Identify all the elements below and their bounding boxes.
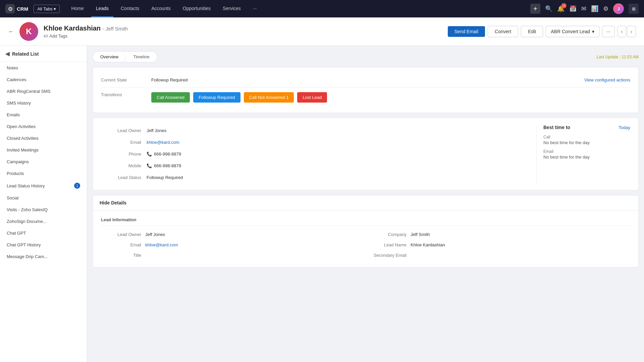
nav-leads[interactable]: Leads (91, 0, 113, 17)
current-state-row: Current State Followup Required View con… (101, 74, 630, 86)
last-update-text: Last Update : 11:53 AM (597, 55, 639, 59)
best-time-section: Best time to Today Call No best time for… (536, 125, 630, 183)
top-navigation: ⊙ CRM All Tabs ▾ Home Leads Contacts Acc… (0, 0, 644, 17)
best-time-call: Call No best time for the day (543, 135, 630, 145)
email-link[interactable]: khloe@kard.com (147, 140, 179, 145)
nav-services[interactable]: Services (218, 0, 246, 17)
lead-avatar: K (19, 22, 38, 41)
reports-button[interactable]: 📊 (591, 5, 598, 12)
field-value-email: khloe@kard.com (145, 242, 178, 247)
lead-info-right: Company Jeff Smith Lead Name Khloe Karda… (366, 229, 630, 260)
record-navigation: ‹ › (618, 26, 636, 37)
field-label-email: Email (101, 242, 141, 247)
field-label-owner: Lead Owner (101, 232, 141, 237)
tab-timeline[interactable]: Timeline (126, 52, 157, 62)
info-card: Lead Owner Jeff Jones Email khloe@kard.c… (93, 118, 639, 190)
convert-button[interactable]: Convert (488, 26, 518, 37)
sidebar-item-zoho-salesiq[interactable]: Visits - Zoho SalesIQ (0, 204, 87, 216)
hide-details-section: Hide Details Lead Information Lead Owner… (93, 195, 639, 267)
sidebar-title: Related List (12, 51, 39, 57)
sidebar-item-social[interactable]: Social (0, 192, 87, 204)
all-tabs-button[interactable]: All Tabs ▾ (34, 5, 60, 13)
current-state-label: Current State (101, 77, 145, 82)
notifications-button[interactable]: 🔔 15 (557, 5, 565, 12)
best-time-email-label: Email (543, 149, 630, 154)
sidebar-item-message-drip[interactable]: Message Drip Cam... (0, 251, 87, 262)
transition-call-not-answered[interactable]: Call Not Answered 1 (244, 92, 294, 103)
transition-call-answered[interactable]: Call Answered (151, 92, 190, 103)
lead-owner-label: Lead Owner (101, 128, 141, 133)
lead-info-section-title: Lead Information (101, 217, 630, 226)
sidebar-item-products[interactable]: Products (0, 168, 87, 179)
transition-lost-lead[interactable]: Lost Lead (297, 92, 327, 103)
edit-button[interactable]: Edit (521, 26, 543, 37)
sidebar-item-chat-gpt-history[interactable]: Chat GPT History (0, 239, 87, 251)
sidebar-item-campaigns[interactable]: Campaigns (0, 156, 87, 168)
sidebar-item-zohosign[interactable]: ZohoSign Docume... (0, 216, 87, 227)
view-configured-actions-link[interactable]: View configured actions (584, 77, 630, 82)
sidebar-item-closed-activities[interactable]: Closed Activities (0, 132, 87, 144)
phone-value: 📞 666-998-8879 (147, 152, 181, 157)
today-link[interactable]: Today (619, 125, 630, 130)
back-button[interactable]: ← (8, 28, 14, 35)
sidebar-item-chat-gpt[interactable]: Chat GPT (0, 227, 87, 239)
lead-status-value: Followup Required (147, 175, 183, 180)
field-value-company: Jeff Smith (411, 232, 430, 237)
phone-label: Phone (101, 152, 141, 157)
sidebar-item-notes[interactable]: Notes (0, 62, 87, 74)
sidebar-item-lead-status-history[interactable]: Lead Status History 1 (0, 179, 87, 192)
nav-opportunities[interactable]: Opportunities (178, 0, 215, 17)
lead-info-card: Lead Information Lead Owner Jeff Jones E… (93, 210, 639, 267)
sidebar-item-emails[interactable]: Emails (0, 109, 87, 121)
nav-right-actions: + 🔍 🔔 15 📅 ✉ 📊 ⚙ J ⊞ (530, 3, 639, 14)
field-email-link[interactable]: khloe@kard.com (145, 242, 178, 247)
app-grid-button[interactable]: ⊞ (629, 4, 639, 14)
info-row-mobile: Mobile 📞 666-998-8879 (101, 160, 531, 172)
info-grid: Lead Owner Jeff Jones Email khloe@kard.c… (101, 125, 630, 183)
nav-more[interactable]: ··· (248, 0, 262, 17)
add-tags-button[interactable]: 🏷 Add Tags (44, 34, 67, 39)
lead-field-company: Company Jeff Smith (366, 229, 630, 240)
lead-field-secondary-email: Secondary Email (366, 250, 630, 260)
abr-convert-button[interactable]: ABR Convert Lead ▾ (546, 26, 599, 37)
sidebar-item-cadences[interactable]: Cadences (0, 74, 87, 85)
nav-contacts[interactable]: Contacts (116, 0, 144, 17)
settings-button[interactable]: ⚙ (603, 5, 608, 12)
lead-owner-value: Jeff Jones (147, 128, 166, 133)
tabs-bar: Overview Timeline Last Update : 11:53 AM (93, 51, 639, 62)
lead-field-title: Title (101, 250, 365, 260)
sidebar-item-invited-meetings[interactable]: Invited Meetings (0, 144, 87, 156)
next-record-button[interactable]: › (627, 26, 636, 37)
lead-status-label: Lead Status (101, 175, 141, 180)
sidebar-item-sms-history[interactable]: SMS History (0, 97, 87, 109)
phone-icon: 📞 (147, 152, 152, 157)
info-row-phone: Phone 📞 666-998-8879 (101, 148, 531, 160)
send-email-button[interactable]: Send Email (448, 26, 485, 37)
user-avatar[interactable]: J (613, 3, 624, 14)
chevron-down-icon: ▾ (54, 6, 56, 11)
nav-accounts[interactable]: Accounts (147, 0, 175, 17)
header-actions: Send Email Convert Edit ABR Convert Lead… (448, 26, 636, 37)
calendar-button[interactable]: 📅 (569, 5, 577, 12)
more-options-button[interactable]: ··· (602, 26, 615, 37)
tab-overview[interactable]: Overview (93, 52, 126, 62)
tag-icon: 🏷 (44, 34, 48, 39)
transition-followup-required[interactable]: Followup Required (193, 92, 240, 103)
lead-field-owner: Lead Owner Jeff Jones (101, 229, 365, 240)
crm-logo: ⊙ CRM (5, 4, 28, 13)
sidebar-toggle-icon[interactable]: ◀ (5, 51, 9, 57)
current-state-value: Followup Required (151, 77, 187, 82)
lead-info-left: Lead Owner Jeff Jones Email khloe@kard.c… (101, 229, 365, 260)
add-button[interactable]: + (530, 4, 540, 14)
lead-field-lead-name: Lead Name Khloe Kardashian (366, 240, 630, 250)
nav-home[interactable]: Home (66, 0, 88, 17)
sidebar-item-abr-sms[interactable]: ABR RingCentral SMS (0, 85, 87, 97)
mobile-phone-icon: 📞 (147, 163, 152, 168)
field-label-title: Title (101, 253, 141, 258)
hide-details-bar[interactable]: Hide Details (93, 195, 639, 210)
search-button[interactable]: 🔍 (545, 5, 552, 12)
prev-record-button[interactable]: ‹ (618, 26, 627, 37)
lead-field-email: Email khloe@kard.com (101, 240, 365, 250)
sidebar-item-open-activities[interactable]: Open Activities (0, 121, 87, 132)
email-button[interactable]: ✉ (581, 5, 586, 12)
